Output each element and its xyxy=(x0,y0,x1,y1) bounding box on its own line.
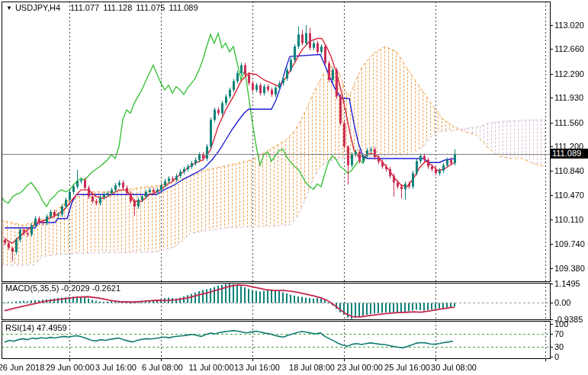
price-tick-label: 109.740 xyxy=(554,239,585,248)
rsi-tick-label: 0 xyxy=(554,352,559,361)
macd-tick-label: 1.1495 xyxy=(554,279,580,288)
time-axis-label: 25 Jul 16:00 xyxy=(384,363,430,372)
ohlc-low: 111.075 xyxy=(136,3,165,12)
chart-canvas[interactable] xyxy=(0,0,588,375)
price-tick-label: 109.380 xyxy=(554,264,585,273)
time-axis-label: 3 Jul 16:00 xyxy=(95,363,137,372)
macd-main-value: -0.2029 xyxy=(61,284,89,293)
symbol-dropdown-icon[interactable]: ▼ xyxy=(6,5,12,11)
rsi-value: 47.4959 xyxy=(37,323,67,332)
price-tick-label: 110.110 xyxy=(554,215,583,224)
rsi-name: RSI(14) xyxy=(5,323,34,332)
price-tick-label: 112.290 xyxy=(554,69,584,79)
macd-name: MACD(5,35,5) xyxy=(5,284,59,293)
price-tick-label: 111.200 xyxy=(554,142,583,151)
time-axis-label: 11 Jul 00:00 xyxy=(188,363,233,372)
symbol-label: USDJPY,H4 xyxy=(15,3,60,12)
trading-chart-window: { "header": { "symbol": "USDJPY,H4", "op… xyxy=(0,0,588,375)
rsi-tick-label: 100 xyxy=(554,319,568,329)
ohlc-high: 111.128 xyxy=(103,3,132,12)
rsi-tick-label: 30 xyxy=(554,342,564,351)
price-tick-label: 112.660 xyxy=(554,44,584,53)
time-axis-label: 30 Jul 08:00 xyxy=(431,363,477,372)
time-axis-label: 23 Jul 00:00 xyxy=(337,363,383,372)
rsi-indicator-label: RSI(14) 47.4959 xyxy=(5,323,67,332)
time-axis-label: 18 Jul 08:00 xyxy=(289,363,335,372)
price-tick-label: 110.840 xyxy=(554,166,584,175)
time-axis-label: 13 Jul 16:00 xyxy=(234,363,280,372)
macd-indicator-label: MACD(5,35,5) -0.2029 -0.2621 xyxy=(5,284,120,293)
price-tick-label: 110.470 xyxy=(554,191,584,200)
rsi-tick-label: 70 xyxy=(554,329,564,338)
ohlc-close: 111.089 xyxy=(169,3,198,12)
macd-signal-value: -0.2621 xyxy=(92,284,120,293)
macd-tick-label: 0.00 xyxy=(554,298,570,307)
price-tick-label: 111.930 xyxy=(554,93,583,102)
price-tick-label: 113.020 xyxy=(554,21,584,30)
time-axis-label: 29 Jun 00:00 xyxy=(46,363,95,372)
ohlc-open: 111.077 xyxy=(70,3,99,12)
chart-title: ▼USDJPY,H4111.077111.128111.075111.089 xyxy=(6,3,198,13)
time-axis-label: 6 Jul 08:00 xyxy=(142,363,183,372)
price-tick-label: 111.560 xyxy=(554,118,583,127)
time-axis-label: 26 Jun 2018 xyxy=(0,363,44,372)
